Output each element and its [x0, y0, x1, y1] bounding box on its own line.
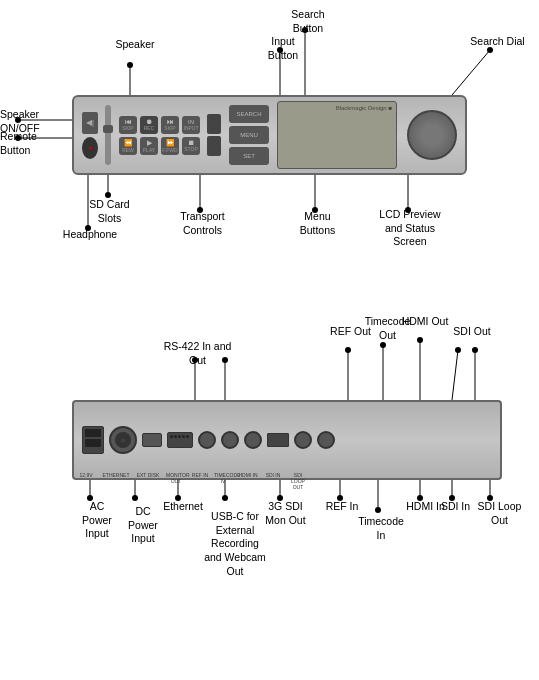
- timecode-in-label: Timecode In: [356, 515, 406, 542]
- speaker-label: Speaker: [105, 38, 165, 52]
- ac-socket-top: [85, 429, 101, 437]
- sd-slots: [207, 114, 221, 156]
- rewind-button[interactable]: ⏪ REW: [119, 137, 137, 155]
- transport-controls-label: TransportControls: [170, 210, 235, 237]
- input-button[interactable]: IN INPUT: [182, 116, 200, 134]
- bottom-device-panel: ⊙: [72, 400, 502, 480]
- skip-back-button[interactable]: ⏮ SKIP: [119, 116, 137, 134]
- lcd-screen: Blackmagic Design ■: [277, 101, 397, 169]
- sdi-loop-out-label: SDI LoopOut: [472, 500, 527, 527]
- sdi-in-label: SDI In: [438, 500, 473, 514]
- db9-connector: [167, 432, 193, 448]
- sd-slot-1[interactable]: [207, 114, 221, 134]
- sd-slot-2[interactable]: [207, 136, 221, 156]
- svg-point-29: [380, 342, 386, 348]
- headphone-label: Headphone: [60, 228, 120, 242]
- sd-card-slots-label: SD CardSlots: [82, 198, 137, 225]
- ffwd-button[interactable]: ⏩ F.FWD: [161, 137, 179, 155]
- svg-point-34: [455, 347, 461, 353]
- svg-point-1: [127, 62, 133, 68]
- transport-controls: ⏮ SKIP ⏺ REC ⏭ SKIP IN INPUT ⏪: [119, 116, 200, 155]
- menu-buttons-label: MenuButtons: [290, 210, 345, 237]
- stop-button[interactable]: ⏹ STOP: [182, 137, 200, 155]
- slider-track[interactable]: [105, 105, 111, 165]
- svg-point-49: [375, 507, 381, 513]
- record-transport-button[interactable]: ⏺ REC: [140, 116, 158, 134]
- ref-in-port: [221, 431, 239, 449]
- search-dial-label: Search Dial: [465, 35, 530, 49]
- sdi-loop-out-port: [317, 431, 335, 449]
- ref-in-label: REF In: [322, 500, 362, 514]
- lcd-preview-label: LCD Previewand Status Screen: [370, 208, 450, 249]
- rs422-label: RS-422 In and Out: [155, 340, 240, 367]
- play-button[interactable]: ▶ PLAY: [140, 137, 158, 155]
- xlr-inner: ⊙: [115, 432, 131, 448]
- search-button-label: SearchButton: [278, 8, 338, 35]
- svg-point-27: [345, 347, 351, 353]
- slider-handle[interactable]: [103, 125, 113, 133]
- set-button[interactable]: SET: [229, 147, 269, 165]
- brand-logo: Blackmagic Design ■: [336, 105, 392, 111]
- ac-power-inlet: [82, 426, 104, 454]
- input-button-label: InputButton: [258, 35, 308, 62]
- search-button[interactable]: SEARCH: [229, 105, 269, 123]
- sdi-in-port: [294, 431, 312, 449]
- menu-button[interactable]: MENU: [229, 126, 269, 144]
- ethernet-port: [142, 433, 162, 447]
- hdmi-out-label: HDMI Out: [400, 315, 450, 329]
- transport-top-row: ⏮ SKIP ⏺ REC ⏭ SKIP IN INPUT: [119, 116, 200, 134]
- svg-point-31: [417, 337, 423, 343]
- top-device-panel: ◀| ● ⏮ SKIP ⏺ REC: [72, 95, 467, 175]
- menu-buttons-group: SEARCH MENU SET: [229, 105, 269, 165]
- bottom-panel-labels: 12.9V ETHERNET EXT DISK MONITOR OUT REF …: [75, 472, 309, 490]
- left-button-group: ◀| ●: [82, 112, 98, 159]
- svg-point-35: [472, 347, 478, 353]
- remote-button-label: RemoteButton: [0, 130, 55, 157]
- monitor-out-port: [198, 431, 216, 449]
- transport-bottom-row: ⏪ REW ▶ PLAY ⏩ F.FWD ⏹ STOP: [119, 137, 200, 155]
- ac-socket-bottom: [85, 439, 101, 447]
- 3g-sdi-label: 3G SDIMon Out: [258, 500, 313, 527]
- xlr-connector: ⊙: [109, 426, 137, 454]
- svg-point-43: [222, 495, 228, 501]
- ac-power-label: ACPowerInput: [72, 500, 122, 541]
- svg-line-10: [452, 50, 490, 95]
- svg-line-32: [452, 350, 458, 400]
- timecode-iv-port: [244, 431, 262, 449]
- record-button[interactable]: ●: [82, 137, 98, 159]
- speaker-button[interactable]: ◀|: [82, 112, 98, 134]
- slider-area: [105, 105, 111, 165]
- search-dial[interactable]: [407, 110, 457, 160]
- hdmi-port: [267, 433, 289, 447]
- svg-point-39: [132, 495, 138, 501]
- diagram-container: Speaker SpeakerON/OFF RemoteButton Searc…: [0, 0, 539, 680]
- skip-fwd-button[interactable]: ⏭ SKIP: [161, 116, 179, 134]
- sdi-out-label: SDI Out: [448, 325, 496, 339]
